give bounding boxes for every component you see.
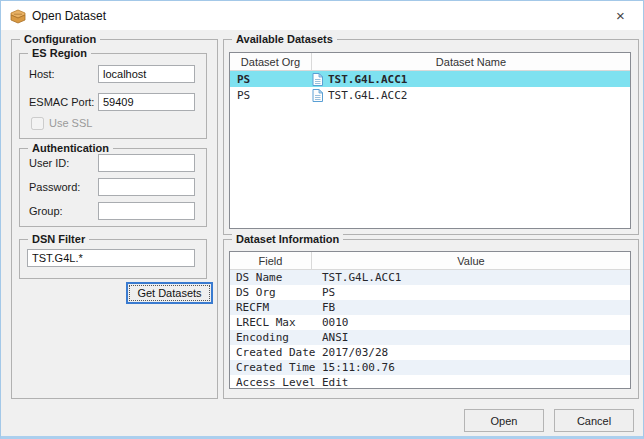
available-datasets-header: Dataset Org Dataset Name — [230, 53, 630, 71]
info-value-cell: ANSI — [312, 331, 630, 344]
window-title: Open Dataset — [32, 9, 106, 23]
info-value-cell: FB — [312, 301, 630, 314]
info-field-cell: Access Level — [230, 376, 312, 389]
password-input[interactable] — [98, 178, 195, 196]
cancel-button[interactable]: Cancel — [554, 409, 634, 432]
dataset-name-cell: TST.G4L.ACC1 — [312, 73, 630, 86]
available-datasets-table: Dataset Org Dataset Name PS TST.G4L.ACC1… — [229, 52, 631, 229]
dsn-filter-input[interactable] — [27, 249, 195, 267]
configuration-label: Configuration — [20, 32, 100, 46]
use-ssl-label: Use SSL — [49, 115, 92, 131]
table-row: Created Date 2017/03/28 — [230, 345, 630, 360]
document-icon — [312, 73, 323, 86]
info-field-cell: Created Time — [230, 361, 312, 374]
dsn-filter-label: DSN Filter — [28, 232, 89, 246]
info-value-cell: 0010 — [312, 316, 630, 329]
password-label: Password: — [29, 178, 80, 196]
open-button[interactable]: Open — [464, 409, 544, 432]
info-value-cell: PS — [312, 286, 630, 299]
info-value-cell: TST.G4L.ACC1 — [312, 271, 630, 284]
group-input[interactable] — [98, 202, 195, 220]
esmac-port-label: ESMAC Port: — [29, 93, 94, 111]
table-row: Encoding ANSI — [230, 330, 630, 345]
use-ssl-checkbox — [31, 117, 44, 130]
info-value-cell: 15:11:00.76 — [312, 361, 630, 374]
info-field-cell: LRECL Max — [230, 316, 312, 329]
esmac-port-input[interactable] — [98, 93, 195, 111]
group-label: Group: — [29, 202, 63, 220]
dataset-org-cell: PS — [230, 73, 312, 86]
table-row: Access Level Edit — [230, 375, 630, 389]
info-value-cell: Edit — [312, 376, 630, 389]
table-row: RECFM FB — [230, 300, 630, 315]
get-datasets-button[interactable]: Get Datasets — [126, 282, 213, 304]
info-field-cell: RECFM — [230, 301, 312, 314]
dataset-information-rows: DS Name TST.G4L.ACC1 DS Org PS RECFM FB … — [230, 270, 630, 389]
dataset-name-text: TST.G4L.ACC2 — [328, 89, 407, 102]
dataset-org-cell: PS — [230, 89, 312, 102]
table-row: Created Time 15:11:00.76 — [230, 360, 630, 375]
info-field-cell: Encoding — [230, 331, 312, 344]
table-row: LRECL Max 0010 — [230, 315, 630, 330]
available-datasets-label: Available Datasets — [232, 32, 337, 46]
close-icon[interactable]: × — [598, 1, 643, 30]
info-field-cell: DS Org — [230, 286, 312, 299]
dataset-app-icon — [10, 8, 26, 24]
info-value-cell: 2017/03/28 — [312, 346, 630, 359]
dataset-name-text: TST.G4L.ACC1 — [328, 73, 407, 86]
table-row: DS Org PS — [230, 285, 630, 300]
user-id-input[interactable] — [98, 154, 195, 172]
table-row[interactable]: PS TST.G4L.ACC2 — [230, 87, 630, 103]
dataset-information-header: Field Value — [230, 252, 630, 270]
dataset-information-table: Field Value DS Name TST.G4L.ACC1 DS Org … — [229, 251, 631, 389]
info-field-cell: DS Name — [230, 271, 312, 284]
open-dataset-dialog: { "window": { "title": "Open Dataset", "… — [0, 0, 644, 439]
column-header-field[interactable]: Field — [230, 252, 312, 269]
column-header-value[interactable]: Value — [312, 252, 630, 269]
column-header-dataset-org[interactable]: Dataset Org — [230, 53, 312, 70]
authentication-label: Authentication — [28, 141, 113, 155]
column-header-dataset-name[interactable]: Dataset Name — [312, 53, 630, 70]
es-region-label: ES Region — [28, 46, 91, 60]
title-bar: Open Dataset × — [1, 1, 643, 30]
table-row[interactable]: PS TST.G4L.ACC1 — [230, 71, 630, 87]
dataset-name-cell: TST.G4L.ACC2 — [312, 89, 630, 102]
document-icon — [312, 89, 323, 102]
dataset-information-label: Dataset Information — [232, 232, 343, 246]
info-field-cell: Created Date — [230, 346, 312, 359]
user-id-label: User ID: — [29, 154, 69, 172]
host-input[interactable] — [98, 65, 195, 83]
table-row: DS Name TST.G4L.ACC1 — [230, 270, 630, 285]
host-label: Host: — [29, 65, 55, 83]
